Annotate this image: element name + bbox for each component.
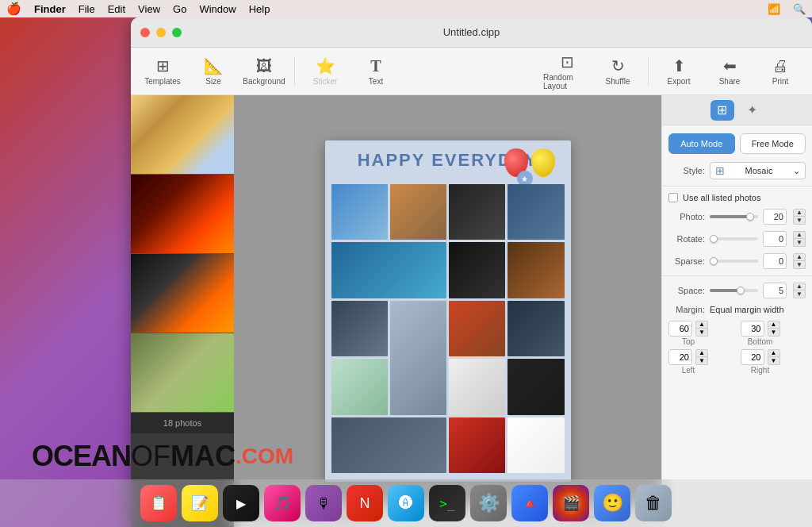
grid-photo-10[interactable]	[449, 301, 505, 356]
margin-left-input[interactable]: 20	[668, 349, 692, 365]
rotate-slider-thumb[interactable]	[710, 235, 718, 243]
toolbar: ⊞ Templates 📐 Size 🖼 Background ⭐ Sticke…	[131, 48, 812, 95]
export-label: Export	[668, 77, 691, 86]
space-row: Space: 5 ▲ ▼	[662, 279, 812, 302]
menu-file[interactable]: File	[79, 3, 95, 15]
dock-finder[interactable]: 🙂	[594, 485, 630, 521]
margin-right-up[interactable]: ▲	[768, 349, 780, 357]
tab-layout[interactable]: ⊞	[710, 100, 734, 121]
grid-photo-13[interactable]	[449, 359, 505, 414]
collage-canvas[interactable]: HAPPY EVERYDAY ★	[325, 140, 571, 482]
space-stepper-down[interactable]: ▼	[793, 290, 806, 298]
grid-photo-14[interactable]	[508, 359, 564, 414]
menu-finder[interactable]: Finder	[34, 3, 66, 15]
menu-edit[interactable]: Edit	[108, 3, 125, 15]
toolbar-print[interactable]: 🖨 Print	[756, 51, 804, 92]
grid-photo-8[interactable]	[331, 301, 388, 356]
dock-claquette[interactable]: 🎬	[553, 485, 589, 521]
dock-terminal[interactable]: >_	[429, 485, 465, 521]
menu-view[interactable]: View	[138, 3, 160, 15]
dock-appstore[interactable]: 🅐	[388, 485, 424, 521]
mode-row: Auto Mode Free Mode	[662, 125, 812, 159]
sparse-slider[interactable]	[710, 260, 758, 263]
toolbar-size[interactable]: 📐 Size	[190, 51, 237, 92]
toolbar-random-layout[interactable]: ⊡ Random Layout	[543, 51, 591, 92]
photo-stepper-up[interactable]: ▲	[793, 209, 806, 217]
grid-photo-6[interactable]	[449, 242, 505, 298]
photo-stepper: ▲ ▼	[793, 209, 806, 225]
photo-slider[interactable]	[710, 215, 758, 218]
margin-label-row: Margin: Equal margin width	[662, 302, 812, 317]
dock-trash[interactable]: 🗑	[635, 485, 672, 521]
sparse-stepper-down[interactable]: ▼	[793, 261, 806, 269]
dock-reminders[interactable]: 📋	[140, 485, 177, 521]
dock-appletv[interactable]: ▶	[223, 485, 259, 521]
grid-photo-12[interactable]	[331, 359, 388, 414]
space-stepper-up[interactable]: ▲	[793, 283, 806, 290]
dock-notes[interactable]: 📝	[182, 485, 218, 521]
menu-go[interactable]: Go	[173, 3, 186, 15]
toolbar-shuffle[interactable]: ↻ Shuffle	[594, 51, 642, 92]
toolbar-sticker[interactable]: ⭐ Sticker	[301, 51, 349, 92]
dock-music[interactable]: 🎵	[264, 485, 301, 521]
random-layout-icon: ⊡	[561, 52, 574, 71]
auto-mode-button[interactable]: Auto Mode	[668, 133, 735, 154]
rotate-stepper-down[interactable]: ▼	[793, 239, 806, 247]
menu-help[interactable]: Help	[249, 3, 270, 15]
sidebar-photo-1[interactable]	[131, 95, 234, 175]
photo-slider-thumb[interactable]	[746, 213, 754, 221]
dock-altimeter[interactable]: 🔺	[511, 485, 548, 521]
tab-adjust[interactable]: ✦	[741, 100, 764, 121]
grid-photo-1[interactable]	[331, 184, 388, 240]
finder-icon: 🙂	[602, 493, 623, 514]
toolbar-export[interactable]: ⬆ Export	[655, 51, 703, 92]
menu-window[interactable]: Window	[199, 3, 236, 15]
photo-count-label: 18 photos	[163, 418, 201, 428]
apple-menu[interactable]: 🍎	[6, 2, 21, 16]
margin-bottom-up[interactable]: ▲	[768, 321, 780, 329]
use-all-photos-checkbox[interactable]	[668, 193, 678, 202]
toolbar-templates[interactable]: ⊞ Templates	[139, 51, 186, 92]
dock-podcasts[interactable]: 🎙	[305, 485, 342, 521]
style-select[interactable]: ⊞ Mosaic ⌄	[710, 162, 806, 179]
grid-photo-2[interactable]	[390, 184, 446, 240]
sticker-label: Sticker	[313, 77, 338, 86]
dock-syspref[interactable]: ⚙️	[470, 485, 507, 521]
margin-bottom-input[interactable]: 30	[741, 321, 764, 337]
grid-photo-11[interactable]	[508, 301, 564, 356]
grid-photo-7[interactable]	[508, 242, 564, 298]
margin-top-down[interactable]: ▼	[695, 329, 708, 337]
sparse-slider-thumb[interactable]	[710, 257, 718, 265]
toolbar-text[interactable]: T Text	[352, 51, 400, 92]
space-slider-thumb[interactable]	[737, 287, 745, 294]
toolbar-background[interactable]: 🖼 Background	[240, 51, 288, 92]
free-mode-button[interactable]: Free Mode	[740, 133, 806, 154]
toolbar-share[interactable]: ⬅ Share	[706, 51, 753, 92]
grid-photo-4[interactable]	[508, 184, 564, 240]
margin-left-up[interactable]: ▲	[695, 349, 708, 357]
space-slider[interactable]	[710, 289, 758, 292]
right-panel-tabs: ⊞ ✦	[662, 95, 812, 125]
sidebar-photo-3[interactable]	[131, 254, 234, 333]
margin-bottom-down[interactable]: ▼	[768, 329, 780, 337]
minimize-button[interactable]	[156, 28, 166, 37]
search-icon[interactable]: 🔍	[793, 3, 806, 15]
close-button[interactable]	[140, 28, 150, 37]
margin-right-stepper: ▲ ▼	[768, 349, 780, 365]
margin-left-down[interactable]: ▼	[695, 357, 708, 365]
margin-right-down[interactable]: ▼	[768, 357, 780, 365]
margin-top-input[interactable]: 60	[668, 321, 692, 337]
rotate-slider[interactable]	[710, 237, 758, 240]
margin-top-up[interactable]: ▲	[695, 321, 708, 329]
margin-right-input[interactable]: 20	[741, 349, 764, 365]
sparse-stepper-up[interactable]: ▲	[793, 253, 806, 261]
maximize-button[interactable]	[172, 28, 182, 37]
sidebar-photo-4[interactable]	[131, 333, 234, 413]
rotate-stepper-up[interactable]: ▲	[793, 231, 806, 239]
grid-photo-5[interactable]	[331, 242, 447, 298]
grid-photo-3[interactable]	[449, 184, 505, 240]
sidebar-photo-2[interactable]	[131, 175, 234, 254]
dock-news[interactable]: N	[347, 485, 383, 521]
grid-photo-9[interactable]	[390, 301, 446, 415]
photo-stepper-down[interactable]: ▼	[793, 217, 806, 225]
